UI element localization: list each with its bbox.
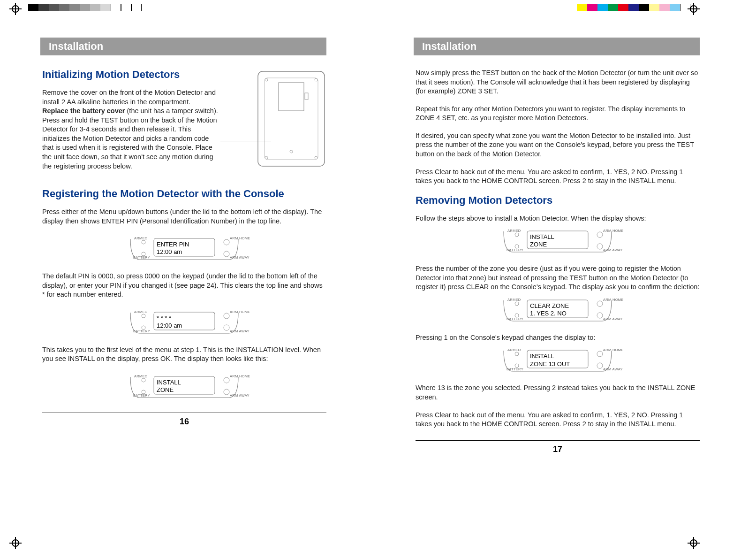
svg-text:BATTERY: BATTERY: [133, 393, 150, 398]
paragraph: Press the number of the zone you desire …: [416, 264, 700, 292]
paragraph: Follow the steps above to install a Moti…: [416, 214, 700, 223]
svg-text:BATTERY: BATTERY: [133, 255, 150, 260]
leader-line: [220, 141, 271, 141]
svg-text:ARMED: ARMED: [134, 310, 148, 314]
text: Remove the cover on the front of the Mot…: [42, 89, 216, 106]
text: (the unit has a tamper switch). Press an…: [42, 107, 218, 169]
svg-text:BATTERY: BATTERY: [507, 317, 523, 321]
page-number: 16: [42, 417, 326, 427]
lcd-display: ARMED BATTERY ARM HOME ARM AWAY INSTALL …: [112, 372, 257, 401]
svg-text:ARM AWAY: ARM AWAY: [603, 367, 623, 371]
section-header: Installation: [40, 38, 326, 55]
registration-mark-icon: [688, 3, 700, 15]
lcd-line2: 12:00 am: [157, 248, 189, 256]
svg-text:ARM HOME: ARM HOME: [603, 348, 624, 352]
color-bar-right: [577, 4, 690, 11]
svg-text:ARM HOME: ARM HOME: [230, 310, 250, 314]
page-number: 17: [416, 445, 700, 454]
lcd-line2: ZONE: [157, 386, 181, 394]
lcd-display: ARMED BATTERY ARM HOME ARM AWAY ENTER PI…: [112, 234, 257, 263]
paragraph: The default PIN is 0000, so press 0000 o…: [42, 272, 326, 299]
paragraph: If desired, you can specify what zone yo…: [416, 131, 700, 159]
svg-text:ARMED: ARMED: [507, 348, 521, 352]
lcd-line1: CLEAR ZONE: [530, 302, 569, 310]
svg-text:ARM AWAY: ARM AWAY: [230, 255, 249, 260]
paragraph: Now simply press the TEST button on the …: [416, 69, 700, 96]
lcd-line1: INSTALL: [157, 379, 181, 386]
lcd-line2: 12:00 am: [157, 322, 182, 330]
paragraph: Remove the cover on the front of the Mot…: [42, 88, 220, 171]
lcd-display: ARMED BATTERY ARM HOME ARM AWAY * * * * …: [112, 308, 257, 337]
paragraph: Press Clear to back out of the menu. You…: [416, 168, 700, 186]
lcd-line2: ZONE 13 OUT: [530, 360, 570, 368]
lcd-line1: INSTALL: [530, 353, 570, 360]
paragraph: This takes you to the first level of the…: [42, 345, 326, 364]
section-header: Installation: [414, 38, 700, 55]
lcd-display: ARMED BATTERY ARM HOME ARM AWAY INSTALL …: [485, 227, 630, 256]
paragraph: Pressing 1 on the Console's keypad chang…: [416, 333, 700, 343]
lcd-display: ARMED BATTERY ARM HOME ARM AWAY INSTALL …: [485, 346, 630, 375]
svg-text:BATTERY: BATTERY: [507, 248, 523, 252]
paragraph: Press Clear to back out of the menu. You…: [416, 411, 700, 429]
svg-text:ARM AWAY: ARM AWAY: [230, 329, 249, 333]
lcd-display: ARMED BATTERY ARM HOME ARM AWAY CLEAR ZO…: [485, 296, 630, 325]
svg-text:ARMED: ARMED: [507, 298, 521, 302]
svg-text:ARM AWAY: ARM AWAY: [603, 317, 623, 321]
svg-text:ARM AWAY: ARM AWAY: [230, 393, 249, 398]
svg-text:ARM HOME: ARM HOME: [603, 229, 624, 233]
registration-mark-icon: [9, 3, 22, 15]
svg-rect-2: [279, 83, 304, 111]
color-bar-left: [28, 4, 142, 11]
lcd-line2: ZONE: [530, 241, 554, 248]
svg-text:ARMED: ARMED: [134, 236, 148, 240]
heading-removing: Removing Motion Detectors: [416, 194, 700, 207]
lcd-line2: 1. YES 2. NO: [530, 310, 569, 317]
heading-registering: Registering the Motion Detector with the…: [42, 188, 326, 200]
svg-rect-3: [305, 93, 308, 100]
registration-mark-icon: [9, 537, 22, 549]
paragraph: Repeat this for any other Motion Detecto…: [416, 105, 700, 123]
lcd-line1: * * * *: [157, 314, 182, 322]
motion-detector-illustration: [256, 69, 326, 168]
svg-text:ARMED: ARMED: [507, 229, 521, 233]
svg-text:BATTERY: BATTERY: [507, 367, 523, 371]
svg-text:ARM AWAY: ARM AWAY: [603, 248, 623, 252]
paragraph: Press either of the Menu up/down buttons…: [42, 207, 326, 226]
registration-mark-icon: [688, 537, 700, 549]
footer-rule: [42, 413, 326, 413]
svg-text:ARM HOME: ARM HOME: [230, 374, 250, 378]
page-right: Installation Now simply press the TEST b…: [378, 28, 756, 526]
paragraph: Where 13 is the zone you selected. Press…: [416, 383, 700, 402]
lcd-line1: INSTALL: [530, 233, 554, 241]
svg-text:BATTERY: BATTERY: [133, 329, 150, 333]
svg-text:ARMED: ARMED: [134, 374, 148, 378]
svg-text:ARM HOME: ARM HOME: [230, 236, 250, 240]
footer-rule: [416, 440, 700, 441]
svg-text:ARM HOME: ARM HOME: [603, 298, 624, 302]
text-bold: Replace the battery cover: [42, 107, 125, 115]
lcd-line1: ENTER PIN: [157, 241, 189, 248]
page-left: Installation Initializing Motion Detecto…: [0, 28, 378, 526]
